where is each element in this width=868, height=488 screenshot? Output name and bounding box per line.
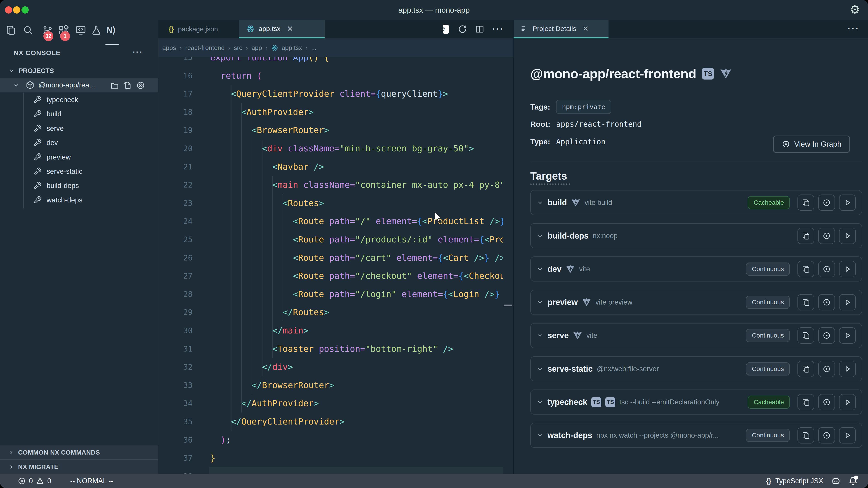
section-label: COMMON NX COMMANDS (18, 445, 100, 460)
eye-button[interactable] (818, 228, 835, 244)
typescript-badge-icon: TS (605, 397, 615, 407)
breadcrumb-item[interactable]: react-frontend (185, 44, 224, 52)
sidebar-more-actions-icon[interactable]: ··· (132, 44, 143, 61)
chevron-down-icon[interactable] (537, 232, 544, 239)
target-command: vite (579, 265, 742, 273)
breadcrumb-item[interactable]: app.tsx (282, 44, 302, 52)
close-icon[interactable]: ✕ (583, 24, 589, 33)
goto-file-icon[interactable] (123, 81, 132, 90)
copy-button[interactable] (798, 394, 814, 410)
line-number: 27 (158, 267, 193, 285)
targets-heading: Targets (530, 170, 567, 182)
project-config-icon[interactable]: ⚙ (440, 24, 450, 34)
errors-icon[interactable] (18, 477, 26, 485)
search-icon[interactable] (23, 25, 33, 36)
nx-console-icon[interactable]: N⟩ (106, 25, 120, 36)
sidebar-task-build[interactable]: build (0, 107, 158, 121)
folder-icon[interactable] (110, 81, 119, 90)
play-button[interactable] (839, 228, 856, 244)
copilot-icon[interactable] (831, 476, 841, 486)
line-number: 21 (158, 158, 193, 176)
code-line: </QueryClientProvider> (210, 413, 345, 431)
tab-label: package.json (178, 25, 218, 33)
eye-button[interactable] (818, 195, 835, 211)
eye-button[interactable] (818, 294, 835, 311)
refresh-icon[interactable] (458, 24, 467, 34)
play-button[interactable] (839, 261, 856, 277)
chevron-right-icon: › (266, 44, 268, 52)
sidebar-task-build-deps[interactable]: build-deps (0, 178, 158, 193)
sidebar-task-watch-deps[interactable]: watch-deps (0, 193, 158, 207)
code-line: <AuthProvider> (210, 103, 314, 121)
common-nx-commands-section[interactable]: COMMON NX COMMANDS (0, 445, 158, 459)
list-icon (520, 25, 528, 33)
eye-button[interactable] (818, 394, 835, 410)
sidebar-task-serve-static[interactable]: serve-static (0, 164, 158, 178)
panel-more-actions-icon[interactable]: ··· (847, 20, 860, 38)
target-name: typecheck (548, 397, 587, 407)
copy-button[interactable] (798, 195, 814, 211)
view-in-graph-label: View In Graph (794, 140, 842, 149)
tab-label: app.tsx (258, 25, 281, 33)
copy-button[interactable] (798, 427, 814, 444)
view-in-graph-button[interactable]: View In Graph (773, 135, 850, 153)
target-bullseye-icon[interactable] (136, 81, 145, 90)
target-command: vite preview (595, 298, 742, 306)
tab-app.tsx[interactable]: app.tsx✕ (239, 20, 324, 38)
play-button[interactable] (839, 427, 856, 444)
sidebar-task-serve[interactable]: serve (0, 121, 158, 135)
warnings-icon[interactable] (36, 477, 44, 485)
chevron-down-icon[interactable] (537, 332, 544, 339)
play-button[interactable] (839, 394, 856, 410)
play-button[interactable] (839, 327, 856, 344)
projects-section-header[interactable]: PROJECTS (0, 64, 158, 78)
split-editor-icon[interactable] (475, 24, 485, 34)
copy-button[interactable] (798, 361, 814, 377)
explorer-icon[interactable] (5, 25, 16, 36)
line-number: 34 (158, 394, 193, 413)
breadcrumb-item[interactable]: src (234, 44, 242, 52)
more-actions-icon[interactable]: ··· (492, 24, 504, 34)
chevron-right-icon: › (228, 44, 230, 52)
task-label: build (46, 107, 61, 121)
notifications-bell-icon[interactable] (848, 477, 858, 486)
copy-button[interactable] (798, 261, 814, 277)
sidebar-task-preview[interactable]: preview (0, 150, 158, 164)
language-mode[interactable]: {} TypeScript JSX (766, 477, 823, 485)
sidebar-task-typecheck[interactable]: typecheck (0, 93, 158, 107)
settings-gear-icon[interactable]: ⚙ (848, 3, 862, 16)
breadcrumb-item[interactable]: apps (162, 44, 176, 52)
sidebar-task-dev[interactable]: dev (0, 135, 158, 150)
target-badge-continuous: Continuous (746, 263, 790, 275)
chevron-down-icon[interactable] (537, 266, 544, 272)
close-icon[interactable]: ✕ (287, 24, 293, 33)
eye-button[interactable] (818, 261, 835, 277)
chevron-down-icon[interactable] (537, 399, 544, 405)
vite-icon (573, 331, 582, 340)
tab-package.json[interactable]: {}package.json (161, 20, 225, 38)
project-tree-item[interactable]: @mono-app/rea... (0, 78, 158, 92)
play-button[interactable] (839, 294, 856, 311)
play-button[interactable] (839, 361, 856, 377)
wrench-icon (33, 96, 41, 104)
play-button[interactable] (839, 195, 856, 211)
eye-button[interactable] (818, 427, 835, 444)
targets-heading-underline (530, 184, 570, 185)
test-beaker-icon[interactable] (91, 25, 102, 36)
chevron-down-icon[interactable] (537, 299, 544, 306)
copy-button[interactable] (798, 228, 814, 244)
copy-button[interactable] (798, 327, 814, 344)
tab-project-details[interactable]: Project Details ✕ (514, 20, 609, 38)
eye-button[interactable] (818, 361, 835, 377)
chevron-down-icon[interactable] (537, 365, 544, 372)
eye-button[interactable] (818, 327, 835, 344)
breadcrumb-item[interactable]: app (251, 44, 262, 52)
copy-button[interactable] (798, 294, 814, 311)
remote-explorer-icon[interactable] (75, 25, 86, 36)
chevron-down-icon[interactable] (537, 199, 544, 206)
code-editor[interactable]: 15export function App() {16 return (17 <… (158, 57, 513, 474)
vite-icon (565, 264, 575, 274)
chevron-down-icon[interactable] (537, 432, 544, 439)
nx-migrate-section[interactable]: NX MIGRATE (0, 459, 158, 474)
breadcrumb-item[interactable]: ... (311, 44, 316, 52)
